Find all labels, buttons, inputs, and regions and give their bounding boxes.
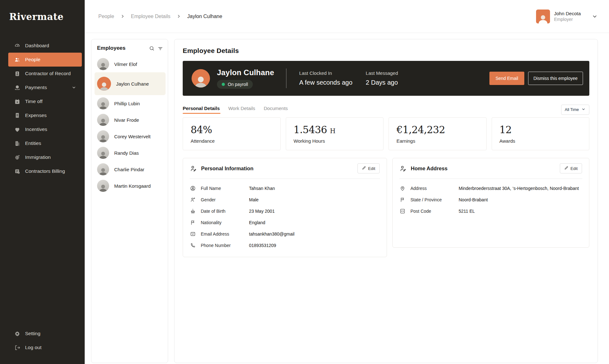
personal-information-card: Personal Information Edit Full Name [183,158,387,257]
breadcrumb-people[interactable]: People [98,14,114,19]
incentives-icon [14,127,20,133]
user-circle-icon [190,185,201,191]
sidebar-item-entities[interactable]: Entities [8,136,82,150]
user-identity: John Decota Employer [554,11,581,22]
employee-list-item[interactable]: Corey Westervelt [95,128,166,145]
breadcrumb-employee-details[interactable]: Employee Details [131,14,171,19]
sidebar-item-time-off[interactable]: Time off [8,94,82,108]
send-email-button[interactable]: Send Email [489,72,524,85]
sidebar-item-payments[interactable]: $ Payments [8,81,82,94]
tab-work-details[interactable]: Work Details [228,106,255,114]
employee-details-panel: Employee Details Jaylon Culhane On payro… [174,39,598,363]
employees-panel-header: Employees [95,44,166,56]
avatar [97,147,109,159]
stats-row: 84% Attendance 1.5436 H Working Hours €1… [183,117,589,150]
sidebar-item-logout[interactable]: Log out [8,341,82,354]
sidebar-item-label: People [25,57,40,62]
employee-list-item[interactable]: Charlie Pindar [95,161,166,178]
avatar [97,130,109,142]
sidebar-footer: Setting Log out [0,327,85,354]
edit-personal-info-button[interactable]: Edit [357,163,380,173]
user-edit-icon [190,165,197,172]
user-menu[interactable]: John Decota Employer [536,10,598,23]
sidebar-item-label: Incentives [25,127,47,132]
chevron-right-icon [177,14,181,18]
entities-icon [14,140,20,146]
breadcrumb-current: Jaylon Culhane [187,14,222,19]
content: Employees Vilmer Elof Jaylon Culhane [85,33,609,364]
sidebar-item-label: Contractors Billing [25,168,65,174]
employee-name: Randy Dias [114,150,139,156]
info-row-phone: Phone Number 01893531209 [190,240,380,251]
info-row-date-of-birth: Date of Birth 23 May 2001 [190,205,380,217]
card-title: Home Address [411,166,448,172]
time-off-icon [14,99,20,105]
sidebar-item-label: Immigration [25,154,51,160]
employee-list-item[interactable]: Randy Dias [95,145,166,161]
employee-list-item[interactable]: Phillip Lubin [95,95,166,112]
employee-name: Martin Korsgaard [114,183,151,189]
stat-card-earnings: €1,24,232 Earnings [389,117,487,150]
avatar [97,77,111,91]
app-window: Rivermate Dashboard People Contractor of… [0,0,609,364]
info-row-post-code: Post Code 5211 EL [400,205,582,217]
sidebar-item-setting[interactable]: Setting [8,327,82,341]
sidebar-item-dashboard[interactable]: Dashboard [8,39,82,53]
employee-list-item[interactable]: Vilmer Elof [95,56,166,72]
sidebar-item-contractor-of-record[interactable]: Contractor of Record [8,67,82,81]
gender-icon [190,197,201,203]
employee-list-item-selected[interactable]: Jaylon Culhane [95,72,166,95]
stat-card-working-hours: 1.5436 H Working Hours [286,117,384,150]
employee-name: Nivar Frode [114,117,139,123]
chevron-right-icon [121,14,125,18]
tab-documents[interactable]: Documents [264,106,288,114]
sidebar-item-incentives[interactable]: Incentives [8,122,82,136]
chevron-down-icon [72,85,76,90]
sidebar-item-label: Entities [25,140,41,146]
last-messaged-value: 2 Days ago [366,79,398,86]
tab-personal-details[interactable]: Personal Details [183,106,220,114]
filter-icon[interactable] [158,46,163,51]
dismiss-employee-button[interactable]: Dismiss this employee [528,72,583,85]
sidebar: Rivermate Dashboard People Contractor of… [0,0,85,364]
stat-value: 1.5436 [294,124,327,135]
immigration-icon [14,154,20,160]
edit-label: Edit [368,166,375,171]
pencil-icon [564,166,568,171]
employee-list-item[interactable]: Martin Korsgaard [95,178,166,194]
stat-value: €1,24,232 [396,124,445,135]
user-edit-icon [400,165,406,172]
status-text: On payroll [228,82,248,87]
sidebar-item-expenses[interactable]: Expenses [8,108,82,122]
employee-list-item[interactable]: Nivar Frode [95,112,166,128]
birthday-cake-icon [190,208,201,214]
contractor-of-record-icon [14,71,20,77]
search-icon[interactable] [149,46,154,51]
chevron-down-icon [581,107,586,112]
topbar: People Employee Details Jaylon Culhane J… [85,0,609,33]
expenses-icon [14,113,20,119]
stat-label: Awards [500,138,582,144]
flag-icon [400,197,410,203]
divider [286,68,286,88]
location-pin-icon [400,185,410,191]
employee-name: Jaylon Culhane [116,81,149,87]
status-badge: On payroll [217,80,253,89]
info-row-email: Email Address tahsankhan380@gmail [190,228,380,240]
sidebar-item-contractors-billing[interactable]: $ Contractors Billing [8,164,82,178]
sidebar-item-immigration[interactable]: Immigration [8,150,82,164]
edit-home-address-button[interactable]: Edit [560,163,582,173]
stat-card-awards: 12 Awards [492,117,590,150]
post-code-icon [400,208,410,214]
employee-hero-card: Jaylon Culhane On payroll Last Clocked I… [183,61,589,96]
mail-icon [190,231,201,237]
time-filter-dropdown[interactable]: All Time [561,105,589,115]
last-messaged: Last Messaged 2 Days ago [366,70,398,86]
card-title: Personal Information [201,166,253,172]
last-clocked-in-value: A few seconds ago [299,79,352,86]
page-title: Employee Details [183,47,589,55]
sidebar-item-label: Dashboard [25,43,49,49]
employees-title: Employees [97,45,126,51]
sidebar-item-label: Time off [25,99,43,104]
sidebar-item-people[interactable]: People [8,53,82,67]
